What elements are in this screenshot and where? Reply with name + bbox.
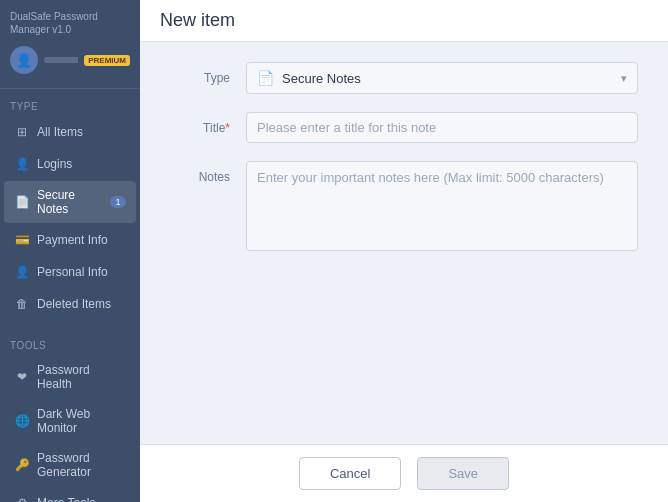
sidebar-header: DualSafe Password Manager v1.0 👤 PREMIUM xyxy=(0,0,140,89)
sidebar-item-label: Password Health xyxy=(37,363,126,391)
type-label: Type xyxy=(170,62,230,85)
sidebar-item-label: Payment Info xyxy=(37,233,108,247)
sidebar-item-more-tools[interactable]: ⚙ More Tools xyxy=(4,488,136,502)
sidebar-item-label: More Tools xyxy=(37,496,95,502)
sidebar-item-dark-web-monitor[interactable]: 🌐 Dark Web Monitor xyxy=(4,400,136,442)
title-input[interactable] xyxy=(246,112,638,143)
user-row: 👤 PREMIUM xyxy=(10,46,130,80)
type-select[interactable]: 📄 Secure Notes ▾ xyxy=(246,62,638,94)
app-title: DualSafe Password Manager v1.0 xyxy=(10,10,130,36)
notes-field xyxy=(246,161,638,254)
logins-icon: 👤 xyxy=(14,156,30,172)
sidebar-item-label: Deleted Items xyxy=(37,297,111,311)
page-title: New item xyxy=(160,10,235,31)
password-health-icon: ❤ xyxy=(14,369,30,385)
deleted-items-icon: 🗑 xyxy=(14,296,30,312)
tools-section-label: TOOLS xyxy=(0,328,140,355)
type-select-value: Secure Notes xyxy=(282,71,621,86)
sidebar-item-all-items[interactable]: ⊞ All Items xyxy=(4,117,136,147)
sidebar-item-logins[interactable]: 👤 Logins xyxy=(4,149,136,179)
main-header: New item xyxy=(140,0,668,42)
save-button[interactable]: Save xyxy=(417,457,509,490)
secure-notes-icon: 📄 xyxy=(14,194,30,210)
cancel-button[interactable]: Cancel xyxy=(299,457,401,490)
sidebar: DualSafe Password Manager v1.0 👤 PREMIUM… xyxy=(0,0,140,502)
all-items-icon: ⊞ xyxy=(14,124,30,140)
sidebar-item-label: Password Generator xyxy=(37,451,126,479)
form-area: Type 📄 Secure Notes ▾ Title* Notes xyxy=(140,42,668,444)
notes-label: Notes xyxy=(170,161,230,184)
dark-web-monitor-icon: 🌐 xyxy=(14,413,30,429)
type-section-label: TYPE xyxy=(0,89,140,116)
premium-badge: PREMIUM xyxy=(84,55,130,66)
sidebar-item-label: Dark Web Monitor xyxy=(37,407,126,435)
sidebar-item-password-health[interactable]: ❤ Password Health xyxy=(4,356,136,398)
avatar: 👤 xyxy=(10,46,38,74)
main-content: New item Type 📄 Secure Notes ▾ Title* xyxy=(140,0,668,502)
chevron-down-icon: ▾ xyxy=(621,72,627,85)
secure-notes-type-icon: 📄 xyxy=(257,70,274,86)
more-tools-icon: ⚙ xyxy=(14,495,30,502)
sidebar-item-label: Personal Info xyxy=(37,265,108,279)
title-row: Title* xyxy=(170,112,638,143)
payment-info-icon: 💳 xyxy=(14,232,30,248)
title-label: Title* xyxy=(170,112,230,135)
sidebar-item-label: Logins xyxy=(37,157,72,171)
user-info xyxy=(44,57,78,63)
notes-textarea[interactable] xyxy=(246,161,638,251)
title-field xyxy=(246,112,638,143)
sidebar-item-payment-info[interactable]: 💳 Payment Info xyxy=(4,225,136,255)
sidebar-item-secure-notes[interactable]: 📄 Secure Notes 1 xyxy=(4,181,136,223)
sidebar-item-label: All Items xyxy=(37,125,83,139)
sidebar-item-personal-info[interactable]: 👤 Personal Info xyxy=(4,257,136,287)
secure-notes-badge: 1 xyxy=(110,196,126,208)
sidebar-item-label: Secure Notes xyxy=(37,188,103,216)
user-bar xyxy=(44,57,78,63)
main-footer: Cancel Save xyxy=(140,444,668,502)
notes-row: Notes xyxy=(170,161,638,254)
sidebar-item-deleted-items[interactable]: 🗑 Deleted Items xyxy=(4,289,136,319)
type-field: 📄 Secure Notes ▾ xyxy=(246,62,638,94)
sidebar-item-password-generator[interactable]: 🔑 Password Generator xyxy=(4,444,136,486)
type-row: Type 📄 Secure Notes ▾ xyxy=(170,62,638,94)
password-generator-icon: 🔑 xyxy=(14,457,30,473)
personal-info-icon: 👤 xyxy=(14,264,30,280)
